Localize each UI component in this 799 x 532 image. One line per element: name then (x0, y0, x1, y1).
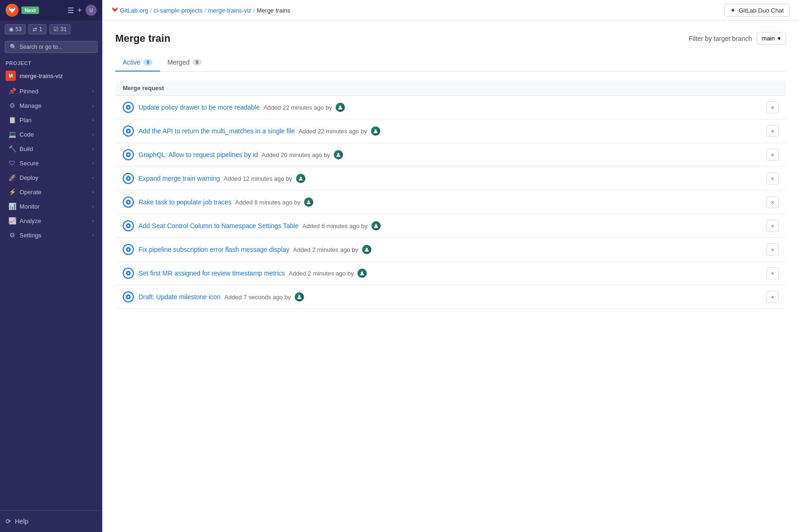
pinned-icon: 📌 (8, 87, 16, 95)
nav-label-code: Code (20, 131, 34, 138)
nav-chevron-deploy: › (92, 175, 94, 180)
mr-title-link[interactable]: GraphQL: Allow to request pipelines by i… (139, 151, 258, 158)
nav-chevron-pinned: › (92, 88, 94, 94)
nav-chevron-plan: › (92, 117, 94, 123)
remove-mr-button[interactable]: × (766, 172, 779, 184)
mr-status-icon (123, 173, 134, 184)
mr-list: Update policy drawer to be more readable… (115, 96, 786, 309)
mr-meta: Added 2 minutes ago by (293, 246, 358, 253)
mr-title-link[interactable]: Rake task to populate job traces (139, 198, 231, 206)
mr-count: 1 (39, 26, 42, 33)
todo-icon: ☑ (53, 26, 59, 33)
sidebar-item-secure[interactable]: 🛡 Secure › (3, 156, 99, 170)
nav-chevron-build: › (92, 146, 94, 151)
mr-author-avatar (334, 150, 343, 159)
nav-item-left: 📈 Analyze (8, 217, 41, 224)
nav-items: 📌 Pinned › ⚙ Manage › 📋 Plan › 💻 Code › … (0, 84, 102, 243)
secure-icon: 🛡 (8, 159, 16, 167)
mr-title-link[interactable]: Expand merge train warning (139, 175, 220, 182)
sidebar-item-code[interactable]: 💻 Code › (3, 127, 99, 141)
page-content: Merge train Filter by target branch main… (102, 21, 799, 532)
mr-info-mr3: GraphQL: Allow to request pipelines by i… (139, 150, 343, 159)
sidebar-item-build[interactable]: 🔨 Build › (3, 142, 99, 156)
remove-mr-button[interactable]: × (766, 196, 779, 208)
todo-counter-button[interactable]: ☑ 31 (49, 24, 71, 34)
sidebar-item-plan[interactable]: 📋 Plan › (3, 113, 99, 127)
breadcrumb: GitLab.org / ci-sample-projects / merge-… (112, 7, 291, 14)
tab-active[interactable]: Active 9 (115, 54, 160, 72)
mr-author-avatar (371, 221, 381, 230)
mr-left-mr5: Rake task to populate job traces Added 8… (123, 197, 313, 208)
mr-meta: Added 22 minutes ago by (298, 128, 367, 135)
mr-title-link[interactable]: Add Seat Control Column to Namespace Set… (139, 222, 299, 230)
mr-actions: × (766, 101, 779, 113)
mr-status-icon (123, 125, 134, 137)
mr-title-link[interactable]: Add the API to return the multi_matches … (139, 127, 295, 135)
remove-mr-button[interactable]: × (766, 220, 779, 232)
search-bar[interactable]: 🔍 Search or go to... (5, 41, 98, 53)
sidebar-item-pinned[interactable]: 📌 Pinned › (3, 84, 99, 98)
mr-author-avatar (295, 292, 304, 302)
page-header: Merge train Filter by target branch main… (115, 32, 786, 45)
breadcrumb-merge-trains-viz[interactable]: merge-trains-viz (208, 7, 251, 14)
next-badge: Next (21, 7, 39, 14)
main-content: GitLab.org / ci-sample-projects / merge-… (102, 0, 799, 532)
mr-meta: Added 7 seconds ago by (225, 294, 291, 301)
filter-chevron-icon: ▾ (778, 35, 781, 42)
new-item-icon[interactable]: + (78, 6, 82, 14)
project-avatar: M (6, 71, 16, 81)
table-header-label: Merge request (123, 85, 164, 92)
mr-author-avatar (304, 197, 313, 207)
filter-label: Filter by target branch (689, 35, 752, 42)
help-label: Help (15, 518, 28, 525)
mr-counter-button[interactable]: ⇄ 1 (28, 24, 46, 34)
remove-mr-button[interactable]: × (766, 149, 779, 161)
duo-chat-button[interactable]: ✦ GitLab Duo Chat (724, 4, 790, 17)
sidebar-item-operate[interactable]: ⚡ Operate › (3, 185, 99, 199)
nav-item-left: 💻 Code (8, 131, 34, 138)
nav-label-plan: Plan (20, 117, 32, 124)
breadcrumb-gitlaborg[interactable]: GitLab.org (120, 7, 148, 14)
mr-title-link[interactable]: Draft: Update milestone icon (139, 293, 221, 301)
remove-mr-button[interactable]: × (766, 101, 779, 113)
remove-mr-button[interactable]: × (766, 291, 779, 303)
issues-counter-button[interactable]: ◉ 53 (5, 24, 26, 34)
help-item[interactable]: ⟳ Help (6, 515, 97, 527)
mr-actions: × (766, 196, 779, 208)
sidebar-toggle-icon[interactable]: ☰ (67, 6, 74, 15)
mr-icon: ⇄ (33, 26, 37, 33)
mr-info-mr2: Add the API to return the multi_matches … (139, 126, 380, 136)
sidebar-item-settings[interactable]: ⚙ Settings › (3, 228, 99, 242)
project-item[interactable]: M merge-trains-viz (0, 68, 102, 84)
nav-label-monitor: Monitor (20, 203, 40, 210)
tab-merged[interactable]: Merged 9 (160, 54, 209, 72)
remove-mr-button[interactable]: × (766, 243, 779, 256)
mr-title-link[interactable]: Fix pipeline subscription error flash me… (139, 246, 289, 253)
sidebar-item-deploy[interactable]: 🚀 Deploy › (3, 171, 99, 184)
sidebar-item-manage[interactable]: ⚙ Manage › (3, 99, 99, 112)
mr-left-mr9: Draft: Update milestone icon Added 7 sec… (123, 291, 304, 302)
table-row: GraphQL: Allow to request pipelines by i… (115, 143, 786, 167)
remove-mr-button[interactable]: × (766, 125, 779, 137)
mr-author-avatar (336, 103, 345, 112)
mr-title-link[interactable]: Set first MR assigned for review timesta… (139, 269, 285, 277)
mr-author-avatar (362, 245, 371, 254)
mr-left-mr2: Add the API to return the multi_matches … (123, 125, 380, 137)
user-avatar[interactable]: U (86, 5, 97, 16)
topbar: GitLab.org / ci-sample-projects / merge-… (102, 0, 799, 21)
mr-status-icon (123, 197, 134, 208)
table-row: Fix pipeline subscription error flash me… (115, 238, 786, 262)
remove-mr-button[interactable]: × (766, 267, 779, 279)
mr-actions: × (766, 149, 779, 161)
breadcrumb-ci-sample[interactable]: ci-sample-projects (153, 7, 202, 14)
table-row: Expand merge train warning Added 12 minu… (115, 167, 786, 190)
mr-title-link[interactable]: Update policy drawer to be more readable (139, 104, 260, 111)
table-row: Rake task to populate job traces Added 8… (115, 190, 786, 214)
mr-meta: Added 20 minutes ago by (262, 151, 330, 158)
sidebar-item-analyze[interactable]: 📈 Analyze › (3, 214, 99, 228)
analyze-icon: 📈 (8, 217, 16, 224)
mr-left-mr6: Add Seat Control Column to Namespace Set… (123, 220, 381, 231)
tab-active-label: Active (123, 59, 140, 66)
filter-dropdown[interactable]: main ▾ (757, 32, 786, 45)
sidebar-item-monitor[interactable]: 📊 Monitor › (3, 199, 99, 213)
